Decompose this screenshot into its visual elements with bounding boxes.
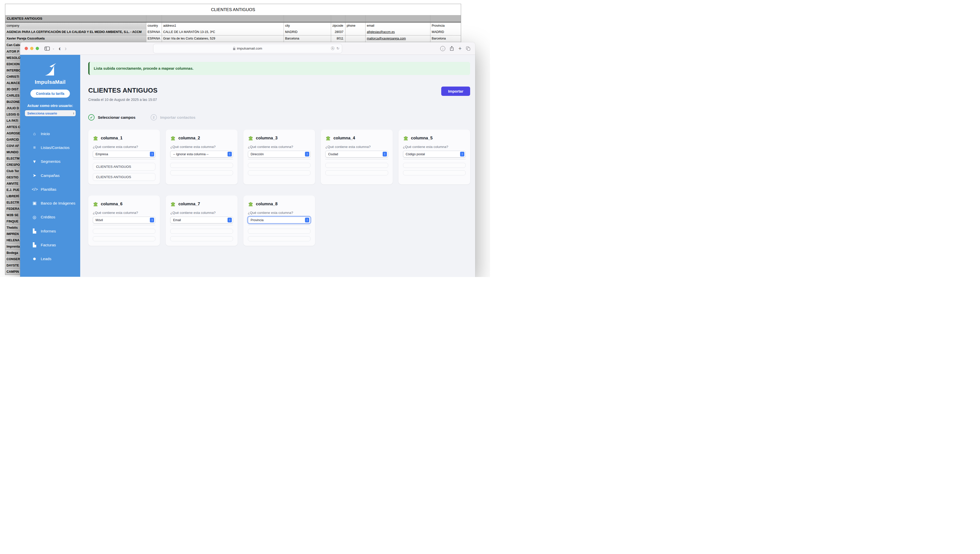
- column-mapping-select[interactable]: Dirección ▴▾: [248, 151, 310, 158]
- select-stepper-icon: ▴▾: [383, 152, 387, 156]
- cell-company: Xavier Pareja Cozcolluela: [5, 35, 146, 42]
- new-tab-icon[interactable]: +: [458, 46, 461, 51]
- sidebar-item-label: Créditos: [41, 215, 55, 219]
- sample-value: [93, 236, 155, 241]
- browser-titlebar: ⌄ ‹ › impulsamail.com Ⓐ ↻ ↓ +: [20, 42, 475, 55]
- column-question: ¿Qué contiene esta columna?: [325, 145, 388, 149]
- sidebar-item[interactable]: ≡ Listas/Contactos: [20, 140, 80, 155]
- user-select[interactable]: Selecciona usuario ▴▾: [25, 110, 76, 116]
- sidebar-item[interactable]: ⌂ Inicio: [20, 127, 80, 140]
- sidebar-item[interactable]: ▙ Informes: [20, 224, 80, 238]
- lock-icon: [233, 48, 235, 50]
- column-mapping-select[interactable]: Provincia ▴▾: [248, 217, 310, 224]
- browser-actions: ↓ +: [440, 46, 470, 51]
- column-header: email: [365, 22, 430, 29]
- sample-value: [325, 163, 388, 168]
- browser-nav: ⌄ ‹ ›: [45, 46, 67, 51]
- sample-value: [325, 170, 388, 176]
- sidebar-item-label: Inicio: [41, 131, 50, 136]
- url-bar[interactable]: impulsamail.com Ⓐ ↻: [153, 44, 342, 53]
- column-mapping-select[interactable]: Móvil ▴▾: [93, 217, 155, 224]
- sample-value: [170, 229, 233, 234]
- user-select-value: Selecciona usuario: [27, 112, 57, 115]
- steps: ✔ Seleccionar campos 2 Importar contacto…: [88, 114, 470, 121]
- column-header: address1: [162, 22, 283, 29]
- tab-overview-icon[interactable]: [466, 46, 470, 51]
- column-mapping-select[interactable]: Código postal ▴▾: [403, 151, 466, 158]
- image-icon: ▣: [32, 201, 37, 206]
- column-card-title: columna_5: [411, 136, 433, 140]
- puzzle-icon: [403, 135, 409, 141]
- column-mapping-select[interactable]: Email ▴▾: [170, 217, 233, 224]
- sidebar-item[interactable]: ▼ Segmentos: [20, 155, 80, 169]
- column-mapping-select[interactable]: Empresa ▴▾: [93, 151, 155, 158]
- sidebar-item-label: Informes: [41, 229, 56, 233]
- column-header: phone: [345, 22, 365, 29]
- sample-value: [248, 236, 310, 241]
- importar-button[interactable]: Importar: [441, 86, 470, 96]
- code-icon: </>: [32, 187, 37, 192]
- puzzle-icon: [170, 135, 176, 141]
- cell-country: ESPANA: [146, 35, 162, 42]
- brand-name: ImpulsaMail: [20, 79, 80, 85]
- cell-zipcode: 28037: [331, 29, 345, 35]
- close-window-button[interactable]: [25, 47, 28, 50]
- people-icon: ☻: [32, 256, 37, 262]
- column-card: columna_5 ¿Qué contiene esta columna? Có…: [398, 129, 470, 184]
- sidebar-item[interactable]: ◎ Créditos: [20, 210, 80, 224]
- column-question: ¿Qué contiene esta columna?: [93, 211, 155, 215]
- sidebar-item[interactable]: ▙ Facturas: [20, 238, 80, 252]
- sidebar-toggle-icon[interactable]: [45, 46, 50, 51]
- minimize-window-button[interactable]: [30, 47, 33, 50]
- url-text: impulsamail.com: [237, 46, 262, 50]
- puzzle-icon: [248, 135, 254, 141]
- chevron-down-icon[interactable]: ⌄: [52, 47, 54, 50]
- spreadsheet-column-headers: company country address1 city zipcode ph…: [5, 22, 461, 29]
- page-title: CLIENTES ANTIGUOS: [88, 86, 158, 94]
- sidebar-item[interactable]: </> Plantillas: [20, 182, 80, 196]
- column-question: ¿Qué contiene esta columna?: [403, 145, 466, 149]
- selected-field: Provincia: [251, 219, 264, 222]
- column-card: columna_6 ¿Qué contiene esta columna? Mó…: [88, 195, 160, 246]
- select-stepper-icon: ▴▾: [228, 218, 232, 222]
- table-row: AGENCIA PARA LA CERTIFICACIÓN DE LA CALI…: [5, 29, 461, 35]
- puzzle-icon: [248, 201, 254, 207]
- column-card: columna_1 ¿Qué contiene esta columna? Em…: [88, 129, 160, 184]
- column-card: columna_3 ¿Qué contiene esta columna? Di…: [243, 129, 315, 184]
- step1-check-icon: ✔: [88, 114, 94, 121]
- select-stepper-icon: ▴▾: [460, 152, 465, 156]
- page-header: CLIENTES ANTIGUOS Creada el 10 de August…: [88, 86, 470, 102]
- sample-value: [248, 229, 310, 234]
- cell-country: ESPANA: [146, 29, 162, 35]
- cell-provincia: Barcelona: [430, 35, 461, 42]
- column-cards: columna_1 ¿Qué contiene esta columna? Em…: [88, 129, 470, 246]
- back-button[interactable]: ‹: [59, 46, 60, 51]
- puzzle-icon: [93, 201, 99, 207]
- selected-field: Email: [173, 219, 181, 222]
- sidebar-menu: ⌂ Inicio ≡ Listas/Contactos ▼ Segmentos: [20, 127, 80, 266]
- share-icon[interactable]: [450, 46, 454, 51]
- success-banner: Lista subida correctamente, procede a ma…: [88, 62, 470, 75]
- sample-value: [170, 163, 233, 168]
- translate-icon[interactable]: Ⓐ: [331, 46, 334, 51]
- list-icon: ≡: [32, 145, 37, 150]
- browser-window: ⌄ ‹ › impulsamail.com Ⓐ ↻ ↓ +: [20, 42, 475, 277]
- column-card: columna_7 ¿Qué contiene esta columna? Em…: [166, 195, 237, 246]
- sidebar-item[interactable]: ▣ Banco de Imágenes: [20, 196, 80, 210]
- column-header: Provincia: [430, 22, 461, 29]
- column-mapping-select[interactable]: Ciudad ▴▾: [325, 151, 388, 158]
- sidebar-item[interactable]: ☻ Leads: [20, 252, 80, 266]
- forward-button[interactable]: ›: [65, 46, 67, 51]
- bar-chart-icon: ▙: [32, 228, 37, 234]
- zoom-window-button[interactable]: [36, 47, 39, 50]
- contrata-tarifa-button[interactable]: Contrata tu tarifa: [30, 89, 70, 97]
- sidebar-item[interactable]: ➤ Campañas: [20, 169, 80, 182]
- column-card-title: columna_4: [333, 136, 355, 140]
- column-mapping-select[interactable]: -- Ignorar esta columna -- ▴▾: [170, 151, 233, 158]
- column-card: columna_2 ¿Qué contiene esta columna? --…: [166, 129, 237, 184]
- cell-city: MADRID: [283, 29, 331, 35]
- column-header: company: [5, 22, 146, 29]
- downloads-icon[interactable]: ↓: [440, 46, 445, 51]
- app-sidebar: ImpulsaMail Contrata tu tarifa Actuar co…: [20, 55, 80, 277]
- reload-icon[interactable]: ↻: [336, 46, 339, 51]
